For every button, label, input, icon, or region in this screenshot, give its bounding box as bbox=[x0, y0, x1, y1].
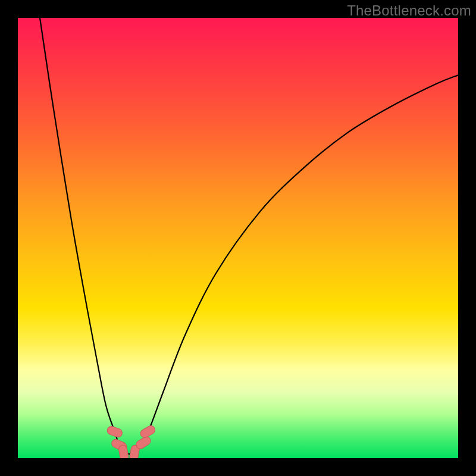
chart-frame: TheBottleneck.com bbox=[0, 0, 476, 476]
curve-layer bbox=[40, 18, 458, 454]
chart-plot-area bbox=[18, 18, 458, 458]
chart-svg bbox=[18, 18, 458, 458]
watermark-text: TheBottleneck.com bbox=[347, 2, 471, 19]
curve-marker bbox=[106, 425, 123, 439]
marker-layer bbox=[106, 424, 156, 458]
svg-rect-0 bbox=[106, 425, 123, 439]
curve-marker bbox=[118, 444, 129, 458]
svg-rect-2 bbox=[118, 444, 129, 458]
bottleneck-curve bbox=[40, 18, 458, 454]
